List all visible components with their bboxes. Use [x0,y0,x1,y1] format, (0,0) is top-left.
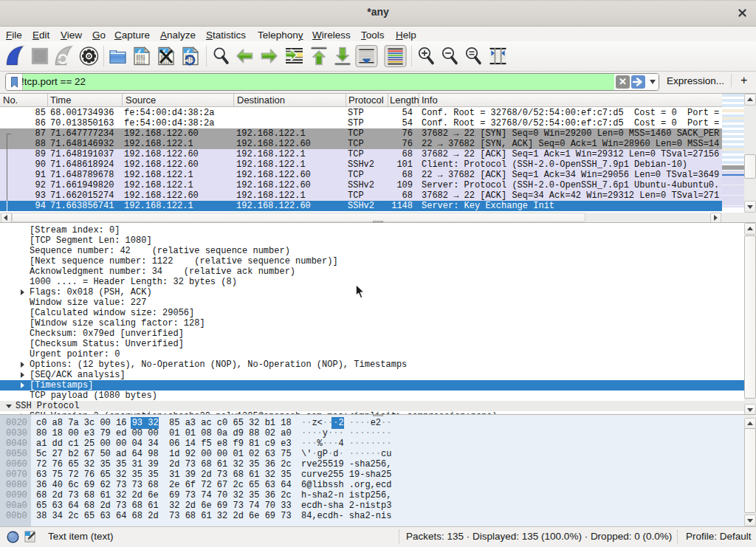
svg-text:0111: 0111 [137,61,145,66]
